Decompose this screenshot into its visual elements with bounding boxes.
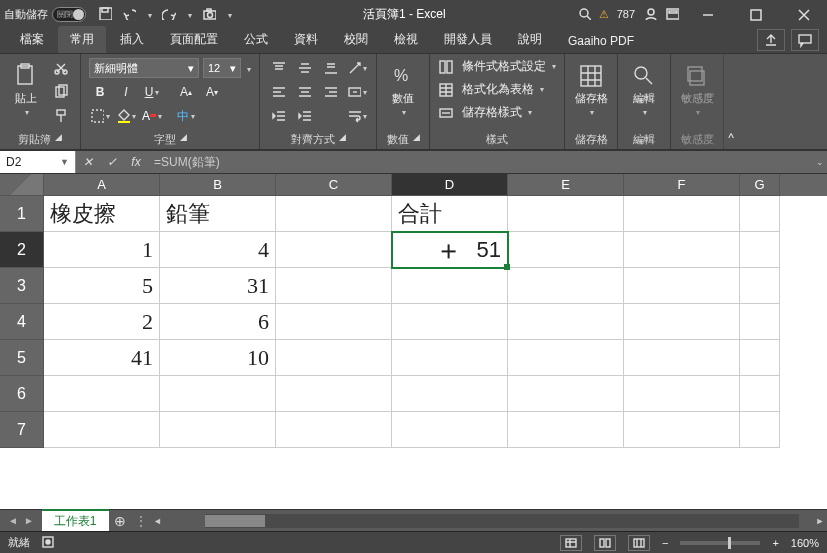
cell-B5[interactable]: 10 xyxy=(160,340,276,376)
cell-A1[interactable]: 橡皮擦 xyxy=(44,196,160,232)
tab-view[interactable]: 檢視 xyxy=(382,26,430,53)
cell-F3[interactable] xyxy=(624,268,740,304)
cell-B1[interactable]: 鉛筆 xyxy=(160,196,276,232)
autosave-toggle[interactable]: 自動儲存 關閉 xyxy=(4,7,86,22)
redo-icon[interactable] xyxy=(162,6,176,22)
cell-D7[interactable] xyxy=(392,412,508,448)
comments-button[interactable] xyxy=(791,29,819,51)
cell-D4[interactable] xyxy=(392,304,508,340)
align-top-icon[interactable] xyxy=(268,58,290,78)
tab-layout[interactable]: 頁面配置 xyxy=(158,26,230,53)
font-size-combo[interactable]: 12▾ xyxy=(203,58,241,78)
tab-developer[interactable]: 開發人員 xyxy=(432,26,504,53)
align-center-icon[interactable] xyxy=(294,82,316,102)
sheet-tab-split-icon[interactable]: ⋮ xyxy=(131,514,151,528)
cell-B6[interactable] xyxy=(160,376,276,412)
tab-formulas[interactable]: 公式 xyxy=(232,26,280,53)
phonetic-button[interactable]: 中 xyxy=(175,106,197,126)
redo-more-icon[interactable] xyxy=(186,8,192,20)
number-format-button[interactable]: % 數值 xyxy=(385,58,421,122)
hscroll-thumb[interactable] xyxy=(205,515,265,527)
undo-icon[interactable] xyxy=(122,6,136,22)
sensitivity-button[interactable]: 敏感度 xyxy=(679,58,715,122)
cell-styles-button[interactable]: 儲存格樣式 xyxy=(438,104,556,121)
zoom-level[interactable]: 160% xyxy=(791,537,819,549)
sheet-nav-prev-icon[interactable]: ◄ xyxy=(8,515,18,526)
borders-button[interactable] xyxy=(89,106,111,126)
expand-formula-bar-icon[interactable]: ⌄ xyxy=(813,151,827,173)
underline-button[interactable]: U xyxy=(141,82,163,102)
search-icon[interactable] xyxy=(577,6,591,22)
new-sheet-button[interactable]: ⊕ xyxy=(109,513,131,529)
col-header-C[interactable]: C xyxy=(276,174,392,196)
format-as-table-button[interactable]: 格式化為表格 xyxy=(438,81,556,98)
zoom-out-button[interactable]: − xyxy=(662,537,668,549)
bold-button[interactable]: B xyxy=(89,82,111,102)
page-layout-view-icon[interactable] xyxy=(594,535,616,551)
select-all-corner[interactable] xyxy=(0,174,44,196)
tab-insert[interactable]: 插入 xyxy=(108,26,156,53)
cell-B3[interactable]: 31 xyxy=(160,268,276,304)
undo-more-icon[interactable] xyxy=(146,8,152,20)
row-header-1[interactable]: 1 xyxy=(0,196,44,232)
cell-B7[interactable] xyxy=(160,412,276,448)
cell-B2[interactable]: 4 xyxy=(160,232,276,268)
collapse-ribbon-icon[interactable]: ^ xyxy=(724,54,738,149)
cell-G1[interactable] xyxy=(740,196,780,232)
number-launcher-icon[interactable]: ◢ xyxy=(413,132,420,147)
merge-button[interactable] xyxy=(346,82,368,102)
copy-icon[interactable] xyxy=(50,82,72,102)
conditional-formatting-button[interactable]: 條件式格式設定 xyxy=(438,58,556,75)
increase-indent-icon[interactable] xyxy=(294,106,316,126)
cell-C1[interactable] xyxy=(276,196,392,232)
cell-C7[interactable] xyxy=(276,412,392,448)
row-header-6[interactable]: 6 xyxy=(0,376,44,412)
enter-formula-icon[interactable]: ✓ xyxy=(100,155,124,169)
hscroll-right-icon[interactable]: ► xyxy=(813,516,827,526)
cell-F1[interactable] xyxy=(624,196,740,232)
grow-font-icon[interactable]: A▴ xyxy=(175,82,197,102)
paste-button[interactable]: 貼上 xyxy=(8,58,44,122)
sheet-tab-1[interactable]: 工作表1 xyxy=(42,509,109,532)
zoom-slider[interactable] xyxy=(680,541,760,545)
cell-A7[interactable] xyxy=(44,412,160,448)
cell-C2[interactable] xyxy=(276,232,392,268)
cell-E5[interactable] xyxy=(508,340,624,376)
minimize-button[interactable] xyxy=(687,0,727,28)
font-color-button[interactable]: A xyxy=(141,106,163,126)
font-size-more-icon[interactable] xyxy=(245,61,251,75)
cell-G6[interactable] xyxy=(740,376,780,412)
col-header-F[interactable]: F xyxy=(624,174,740,196)
cell-D5[interactable] xyxy=(392,340,508,376)
fill-color-button[interactable] xyxy=(115,106,137,126)
cell-D1[interactable]: 合計 xyxy=(392,196,508,232)
cell-E7[interactable] xyxy=(508,412,624,448)
cell-F5[interactable] xyxy=(624,340,740,376)
cell-F4[interactable] xyxy=(624,304,740,340)
cell-G3[interactable] xyxy=(740,268,780,304)
editing-button[interactable]: 編輯 xyxy=(626,58,662,122)
col-header-B[interactable]: B xyxy=(160,174,276,196)
cell-B4[interactable]: 6 xyxy=(160,304,276,340)
col-header-A[interactable]: A xyxy=(44,174,160,196)
cell-E6[interactable] xyxy=(508,376,624,412)
tab-review[interactable]: 校閱 xyxy=(332,26,380,53)
cell-D6[interactable] xyxy=(392,376,508,412)
cell-G5[interactable] xyxy=(740,340,780,376)
formula-input[interactable]: =SUM(鉛筆) xyxy=(148,151,813,173)
page-break-view-icon[interactable] xyxy=(628,535,650,551)
cell-A5[interactable]: 41 xyxy=(44,340,160,376)
cell-D2[interactable]: 51 xyxy=(392,232,508,268)
cell-E4[interactable] xyxy=(508,304,624,340)
cut-icon[interactable] xyxy=(50,58,72,78)
col-header-D[interactable]: D xyxy=(392,174,508,196)
cell-D3[interactable] xyxy=(392,268,508,304)
cell-C3[interactable] xyxy=(276,268,392,304)
close-button[interactable] xyxy=(783,0,823,28)
row-header-4[interactable]: 4 xyxy=(0,304,44,340)
row-header-2[interactable]: 2 xyxy=(0,232,44,268)
col-header-E[interactable]: E xyxy=(508,174,624,196)
cells-button[interactable]: 儲存格 xyxy=(573,58,609,122)
cell-F2[interactable] xyxy=(624,232,740,268)
normal-view-icon[interactable] xyxy=(560,535,582,551)
